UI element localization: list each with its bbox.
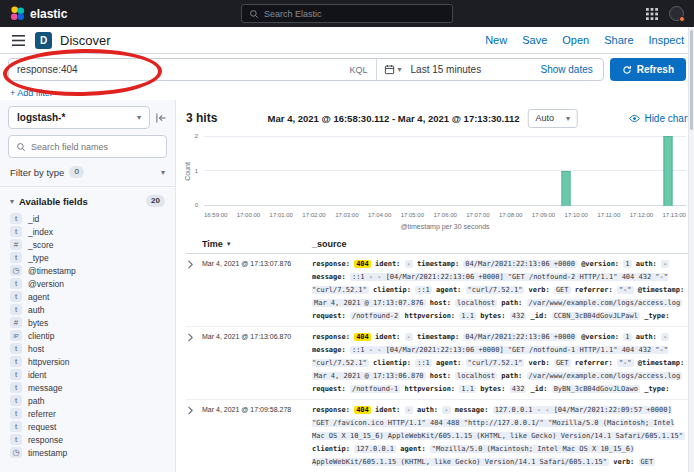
field-item-_type[interactable]: t_type <box>8 251 167 264</box>
doc-table: Time ▼ _source Mar 4, 2021 @ 17:13:07.87… <box>186 236 690 472</box>
x-tick-label: 17:13:00 <box>663 212 686 218</box>
field-item-auth[interactable]: tauth <box>8 303 167 316</box>
field-item-request[interactable]: trequest <box>8 420 167 433</box>
field-type-icon: ◷ <box>10 447 22 458</box>
doc-field-value: 1.1 <box>459 385 476 393</box>
chart-y-axis: 210 <box>186 133 201 208</box>
field-name: timestamp <box>28 448 67 458</box>
doc-field-value: Mar 4, 2021 @ 17:13:07.876 <box>312 299 426 307</box>
expand-row-icon[interactable] <box>186 404 202 469</box>
x-tick-label: 17:00:00 <box>237 212 260 218</box>
histogram-bar[interactable] <box>562 171 571 206</box>
menu-icon[interactable] <box>10 33 27 48</box>
field-item-path[interactable]: tpath <box>8 394 167 407</box>
field-item-response[interactable]: tresponse <box>8 433 167 446</box>
field-search-box <box>8 135 167 158</box>
filter-by-type-label: Filter by type <box>10 167 64 178</box>
add-filter-button[interactable]: + Add filter <box>10 88 53 98</box>
doc-field-value: 432 <box>510 385 527 393</box>
open-button[interactable]: Open <box>562 34 589 46</box>
available-fields-label: Available fields <box>19 196 88 207</box>
field-list: t_idt_index#_scoret_type◷@timestampt@ver… <box>8 212 167 459</box>
field-item-message[interactable]: tmessage <box>8 381 167 394</box>
interval-select[interactable]: Auto ▾ <box>528 109 579 128</box>
field-item-agent[interactable]: tagent <box>8 290 167 303</box>
apps-grid-icon[interactable] <box>646 8 658 20</box>
doc-field-value: - <box>661 333 669 341</box>
field-item-referrer[interactable]: treferrer <box>8 407 167 420</box>
refresh-icon <box>622 65 632 75</box>
field-item-ident[interactable]: tident <box>8 368 167 381</box>
hide-chart-button[interactable]: Hide chart <box>629 113 690 124</box>
field-type-icon: t <box>10 369 22 380</box>
expand-row-icon[interactable] <box>186 331 202 396</box>
field-item-_score[interactable]: #_score <box>8 238 167 251</box>
expand-row-icon[interactable] <box>186 258 202 323</box>
scrollbar-thumb[interactable] <box>690 30 693 130</box>
histogram-chart: Count 210 16:59:0017:00:0017:01:0017:02:… <box>186 132 690 232</box>
field-type-icon: t <box>10 226 22 237</box>
field-type-icon: # <box>10 317 22 328</box>
field-item-clientip[interactable]: IPclientip <box>8 329 167 342</box>
time-range-label[interactable]: Last 15 minutes <box>409 64 482 75</box>
filter-by-type-row[interactable]: Filter by type 0 ▾ <box>8 166 167 178</box>
doc-field-value: /notfound-2 <box>350 312 400 320</box>
field-search-input[interactable] <box>31 142 159 152</box>
doc-field-value: "-" <box>617 359 634 367</box>
new-button[interactable]: New <box>485 34 507 46</box>
histogram-bar[interactable] <box>664 136 673 206</box>
share-button[interactable]: Share <box>604 34 633 46</box>
doc-field-value: - <box>405 333 413 341</box>
doc-field-value: 1.1 <box>459 312 476 320</box>
field-item-timestamp[interactable]: ◷timestamp <box>8 446 167 459</box>
x-tick-label: 17:06:00 <box>433 212 456 218</box>
field-item-host[interactable]: thost <box>8 342 167 355</box>
field-type-icon: t <box>10 421 22 432</box>
available-fields-header[interactable]: ▾ Available fields 20 <box>8 195 167 207</box>
doc-field-value: - <box>405 260 413 268</box>
search-icon <box>16 142 26 152</box>
refresh-button[interactable]: Refresh <box>610 58 686 81</box>
field-name: _index <box>28 227 53 237</box>
collapse-sidebar-icon[interactable] <box>155 112 167 124</box>
field-type-icon: t <box>10 395 22 406</box>
save-button[interactable]: Save <box>522 34 547 46</box>
query-input[interactable] <box>9 59 342 80</box>
index-pattern-selector[interactable]: logstash-* ▾ <box>8 106 150 129</box>
kql-label[interactable]: KQL <box>342 65 376 75</box>
x-tick-label: 17:01:00 <box>270 212 293 218</box>
time-cell: Mar 4, 2021 @ 17:09:58.278 <box>202 404 312 469</box>
search-icon <box>249 9 259 19</box>
field-item-_index[interactable]: t_index <box>8 225 167 238</box>
page-title: Discover <box>60 33 111 48</box>
discover-app-icon[interactable]: D <box>35 32 52 49</box>
show-dates-button[interactable]: Show dates <box>530 64 602 75</box>
chart-x-axis: 16:59:0017:00:0017:01:0017:02:0017:03:00… <box>204 212 686 218</box>
doc-field-name: httpversion: <box>405 385 456 393</box>
doc-field-name: agent: <box>436 286 461 294</box>
hits-count: 3 hits <box>186 111 217 125</box>
doc-field-name: path: <box>501 372 522 380</box>
doc-field-value: 1 <box>623 260 631 268</box>
field-item-httpversion[interactable]: thttpversion <box>8 355 167 368</box>
field-item-bytes[interactable]: #bytes <box>8 316 167 329</box>
field-item-@version[interactable]: t@version <box>8 277 167 290</box>
doc-field-name: @timestamp: <box>638 286 684 294</box>
elastic-home-link[interactable]: elastic <box>10 6 67 21</box>
gridline <box>204 136 686 137</box>
user-avatar[interactable] <box>669 6 684 21</box>
chart-plot <box>204 136 686 206</box>
doc-field-name: auth: <box>636 260 657 268</box>
field-item-@timestamp[interactable]: ◷@timestamp <box>8 264 167 277</box>
inspect-button[interactable]: Inspect <box>649 34 684 46</box>
doc-field-name: @version: <box>581 260 619 268</box>
doc-field-value: 127.0.0.1 <box>354 445 396 453</box>
x-axis-title: @timestamp per 30 seconds <box>204 223 686 230</box>
time-column-header[interactable]: Time ▼ <box>202 239 312 249</box>
field-name: referrer <box>28 409 56 419</box>
field-item-_id[interactable]: t_id <box>8 212 167 225</box>
doc-field-value: GET <box>639 458 656 466</box>
date-quick-select-button[interactable]: ▾ <box>377 59 409 80</box>
field-type-icon: t <box>10 304 22 315</box>
global-search-input[interactable]: Search Elastic <box>241 4 453 23</box>
